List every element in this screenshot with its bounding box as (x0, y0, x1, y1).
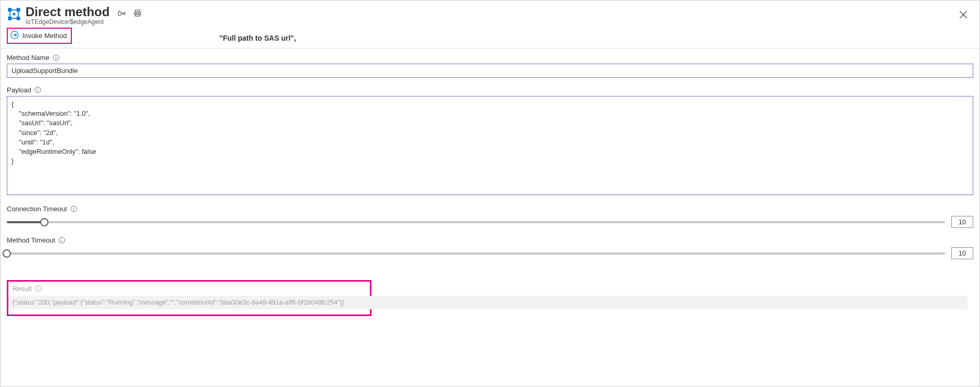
slider-rail (7, 221, 945, 223)
svg-rect-1 (17, 8, 20, 11)
method-name-label: Method Name (7, 54, 973, 62)
info-icon[interactable] (53, 54, 59, 61)
method-timeout-value[interactable]: 10 (951, 247, 973, 259)
form-area: Method Name Payload Connection Timeout (1, 49, 979, 274)
connection-timeout-label-text: Connection Timeout (7, 205, 67, 213)
payload-section: Payload (7, 86, 973, 197)
slider-rail (7, 252, 945, 255)
pin-icon[interactable] (118, 9, 126, 19)
result-output-text: {"status":200,"payload":{"status":"Runni… (13, 299, 367, 306)
method-timeout-label: Method Timeout (7, 236, 973, 244)
method-name-input[interactable] (7, 64, 973, 78)
svg-rect-0 (8, 8, 11, 11)
connection-timeout-label: Connection Timeout (7, 205, 973, 213)
method-timeout-section: Method Timeout 10 (7, 236, 973, 259)
svg-rect-3 (17, 17, 20, 20)
slider-thumb[interactable] (40, 218, 48, 226)
info-icon[interactable] (34, 87, 41, 93)
result-block: Result {"status":200,"payload":{"status"… (7, 280, 371, 316)
print-icon[interactable] (133, 9, 142, 19)
method-name-label-text: Method Name (7, 54, 49, 62)
method-timeout-label-text: Method Timeout (7, 236, 55, 244)
payload-label: Payload (7, 86, 973, 94)
connection-timeout-slider-row: 10 (7, 216, 973, 228)
result-output: {"status":200,"payload":{"status":"Runni… (8, 296, 967, 309)
payload-label-text: Payload (7, 86, 31, 94)
invoke-arrow-icon (10, 30, 19, 41)
slider-fill (7, 221, 44, 223)
svg-rect-5 (135, 10, 140, 12)
svg-rect-2 (8, 17, 11, 20)
connection-timeout-section: Connection Timeout 10 (7, 205, 973, 228)
floating-hint-text: "Full path to SAS url", (219, 34, 296, 42)
toolbar: Invoke Method (1, 26, 979, 48)
header-actions (118, 9, 142, 19)
svg-rect-4 (13, 13, 16, 16)
method-name-section: Method Name (7, 54, 973, 78)
header: Direct method IoTEdgeDevice/$edgeAgent (1, 1, 979, 26)
invoke-method-label: Invoke Method (22, 32, 67, 40)
close-icon[interactable] (959, 10, 968, 19)
method-timeout-slider[interactable] (7, 249, 945, 258)
info-icon[interactable] (58, 237, 65, 244)
connection-timeout-value[interactable]: 10 (951, 216, 973, 228)
iot-hub-icon (7, 7, 21, 21)
slider-thumb[interactable] (3, 249, 11, 258)
invoke-method-button[interactable]: Invoke Method (7, 28, 72, 44)
result-label-text: Result (13, 285, 32, 293)
info-icon[interactable] (70, 205, 77, 212)
result-label: Result (13, 285, 366, 293)
payload-input[interactable] (7, 96, 973, 195)
title-block: Direct method IoTEdgeDevice/$edgeAgent (26, 5, 109, 26)
method-timeout-slider-row: 10 (7, 247, 973, 259)
breadcrumb: IoTEdgeDevice/$edgeAgent (26, 18, 109, 26)
info-icon[interactable] (35, 285, 42, 292)
page-title: Direct method (26, 5, 109, 19)
connection-timeout-slider[interactable] (7, 218, 945, 226)
